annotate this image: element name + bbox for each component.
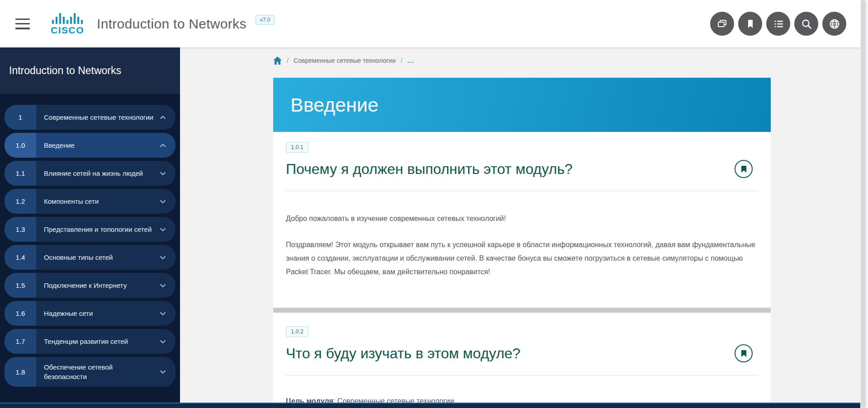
section-1-0-2: 1.0.2 Что я буду изучать в этом модуле? …	[273, 313, 771, 408]
nav-item-label: Введение	[44, 141, 154, 150]
breadcrumb-separator: /	[401, 57, 403, 64]
page-scrollbar[interactable]	[860, 0, 868, 408]
bookmark-icon[interactable]	[738, 12, 762, 36]
cisco-logo-bars-icon	[52, 12, 83, 24]
paragraph: Добро пожаловать в изучение современных …	[286, 212, 758, 225]
nav-item-label: Подключение к Интернету	[44, 281, 154, 290]
home-icon[interactable]	[273, 56, 282, 65]
chevron-down-icon	[157, 197, 168, 206]
breadcrumb-module[interactable]: Современные сетевые технологии	[294, 57, 396, 64]
course-sidebar: Introduction to Networks 1 Современные с…	[0, 47, 180, 408]
nav-item-label: Надежные сети	[44, 309, 154, 318]
topic-banner-title: Введение	[290, 94, 379, 116]
globe-icon[interactable]	[822, 12, 846, 36]
nav-item-label: Обеспечение сетевой безопасности	[44, 362, 154, 381]
nav-item-1-5[interactable]: 1.5 Подключение к Интернету	[5, 273, 175, 298]
version-badge: v7.0	[256, 15, 275, 25]
nav-item-1-8[interactable]: 1.8 Обеспечение сетевой безопасности	[5, 357, 175, 387]
nav-item-label: Тенденции развития сетей	[44, 337, 154, 346]
nav-item-label: Основные типы сетей	[44, 253, 154, 262]
chevron-up-icon	[157, 113, 168, 122]
heading-rule	[286, 191, 758, 191]
app-header: CISCO Introduction to Networks v7.0	[0, 0, 868, 47]
nav-item-1-0[interactable]: 1.0 Введение	[5, 133, 175, 158]
chevron-down-icon	[157, 367, 168, 377]
nav-item-number: 1.0	[5, 133, 36, 158]
breadcrumb-separator: /	[287, 57, 289, 64]
nav-item-1-6[interactable]: 1.6 Надежные сети	[5, 301, 175, 326]
nav-item-label: Влияние сетей на жизнь людей	[44, 169, 154, 178]
nav-item-module-1[interactable]: 1 Современные сетевые технологии	[5, 105, 175, 130]
nav-item-number: 1.7	[5, 329, 36, 354]
nav-item-number: 1.4	[5, 245, 36, 270]
section-number-badge: 1.0.2	[286, 326, 308, 337]
bookmark-section-button[interactable]	[735, 344, 753, 362]
heading-rule	[286, 375, 758, 375]
cisco-logo-word: CISCO	[51, 25, 84, 36]
nav-item-number: 1.5	[5, 273, 36, 298]
nav-item-number: 1.2	[5, 189, 36, 214]
chevron-up-icon	[157, 141, 168, 150]
list-icon[interactable]	[766, 12, 790, 36]
sidebar-header: Introduction to Networks	[0, 47, 180, 94]
section-divider	[273, 308, 771, 313]
section-heading: Что я буду изучать в этом модуле?	[286, 345, 521, 362]
sidebar-course-title: Introduction to Networks	[9, 65, 121, 77]
nav-item-1-7[interactable]: 1.7 Тенденции развития сетей	[5, 329, 175, 354]
search-icon[interactable]	[794, 12, 818, 36]
nav-item-1-2[interactable]: 1.2 Компоненты сети	[5, 189, 175, 214]
section-1-0-1: 1.0.1 Почему я должен выполнить этот мод…	[273, 132, 771, 308]
windows-icon[interactable]	[710, 12, 734, 36]
topic-banner: Введение	[273, 78, 771, 132]
nav-item-number: 1	[5, 105, 36, 130]
bottom-bar	[0, 403, 868, 408]
nav-item-number: 1.1	[5, 161, 36, 186]
chevron-down-icon	[157, 253, 168, 263]
scrollbar-thumb[interactable]	[861, 0, 866, 408]
nav-item-number: 1.3	[5, 217, 36, 242]
nav-item-1-1[interactable]: 1.1 Влияние сетей на жизнь людей	[5, 161, 175, 186]
chevron-down-icon	[157, 169, 168, 178]
hamburger-menu-icon[interactable]	[15, 19, 30, 29]
nav-item-label: Представления и топологии сетей	[44, 225, 154, 234]
course-title: Introduction to Networks	[97, 16, 247, 32]
breadcrumb-more[interactable]: ...	[408, 57, 414, 64]
cisco-logo: CISCO	[51, 12, 84, 36]
nav-item-1-3[interactable]: 1.3 Представления и топологии сетей	[5, 217, 175, 242]
chevron-down-icon	[157, 225, 168, 234]
header-toolbar	[710, 12, 846, 36]
chevron-down-icon	[157, 281, 168, 291]
nav-item-label: Компоненты сети	[44, 197, 154, 206]
module-nav: 1 Современные сетевые технологии 1.0 Вве…	[0, 94, 180, 387]
nav-item-1-4[interactable]: 1.4 Основные типы сетей	[5, 245, 175, 270]
section-number-badge: 1.0.1	[286, 142, 308, 153]
content-area: / Современные сетевые технологии / ... В…	[180, 47, 868, 408]
paragraph: Поздравляем! Этот модуль открывает вам п…	[286, 238, 758, 279]
nav-item-number: 1.6	[5, 301, 36, 326]
chevron-down-icon	[157, 309, 168, 319]
bookmark-section-button[interactable]	[735, 160, 753, 178]
lesson-card: Введение 1.0.1 Почему я должен выполнить…	[273, 78, 771, 408]
section-heading: Почему я должен выполнить этот модуль?	[286, 161, 573, 178]
nav-item-number: 1.8	[5, 357, 36, 387]
nav-item-label: Современные сетевые технологии	[44, 113, 154, 122]
breadcrumb: / Современные сетевые технологии / ...	[273, 56, 414, 65]
chevron-down-icon	[157, 337, 168, 347]
